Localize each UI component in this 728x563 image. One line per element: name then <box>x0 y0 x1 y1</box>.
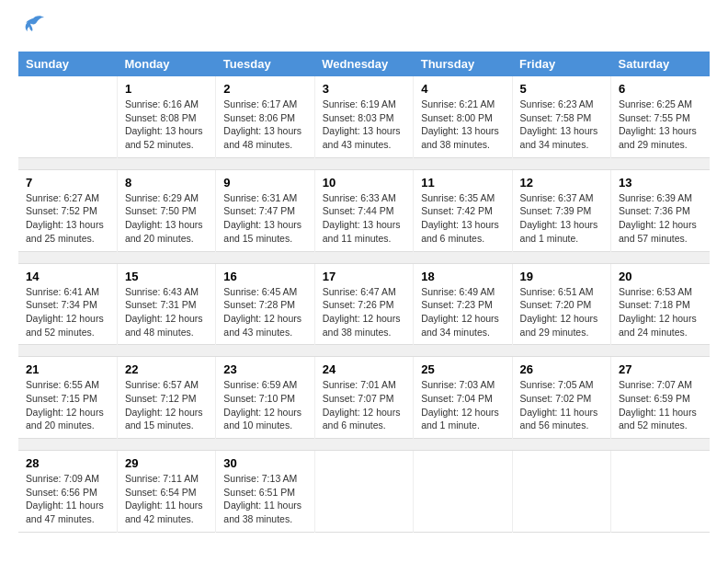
day-info: Sunrise: 6:23 AMSunset: 7:58 PMDaylight:… <box>520 98 603 152</box>
calendar-cell: 13Sunrise: 6:39 AMSunset: 7:36 PMDayligh… <box>611 169 710 251</box>
day-info: Sunrise: 6:57 AMSunset: 7:12 PMDaylight:… <box>125 378 208 432</box>
week-row-3: 14Sunrise: 6:41 AMSunset: 7:34 PMDayligh… <box>18 263 710 345</box>
day-number: 21 <box>26 362 109 376</box>
week-spacer <box>18 157 710 169</box>
day-info: Sunrise: 7:03 AMSunset: 7:04 PMDaylight:… <box>421 378 504 432</box>
day-info: Sunrise: 7:01 AMSunset: 7:07 PMDaylight:… <box>323 378 405 432</box>
header-saturday: Saturday <box>611 52 710 76</box>
day-number: 3 <box>323 82 405 96</box>
calendar-cell: 12Sunrise: 6:37 AMSunset: 7:39 PMDayligh… <box>512 169 610 251</box>
header-friday: Friday <box>512 52 610 76</box>
calendar-table: SundayMondayTuesdayWednesdayThursdayFrid… <box>18 52 710 533</box>
day-number: 16 <box>223 270 306 283</box>
week-spacer <box>18 439 710 451</box>
week-row-2: 7Sunrise: 6:27 AMSunset: 7:52 PMDaylight… <box>18 169 710 251</box>
calendar-cell: 18Sunrise: 6:49 AMSunset: 7:23 PMDayligh… <box>414 263 512 345</box>
day-number: 4 <box>421 82 504 96</box>
day-info: Sunrise: 7:13 AMSunset: 6:51 PMDaylight:… <box>223 472 306 526</box>
day-info: Sunrise: 6:55 AMSunset: 7:15 PMDaylight:… <box>26 378 109 432</box>
day-info: Sunrise: 6:41 AMSunset: 7:34 PMDaylight:… <box>26 285 109 339</box>
day-info: Sunrise: 6:35 AMSunset: 7:42 PMDaylight:… <box>421 191 504 246</box>
header-tuesday: Tuesday <box>216 52 314 76</box>
day-number: 26 <box>520 362 603 376</box>
calendar-cell: 29Sunrise: 7:11 AMSunset: 6:54 PMDayligh… <box>117 451 215 533</box>
calendar-cell: 25Sunrise: 7:03 AMSunset: 7:04 PMDayligh… <box>414 357 512 439</box>
day-info: Sunrise: 6:27 AMSunset: 7:52 PMDaylight:… <box>26 191 109 246</box>
day-number: 23 <box>223 362 306 376</box>
day-number: 18 <box>421 270 504 283</box>
calendar-cell: 23Sunrise: 6:59 AMSunset: 7:10 PMDayligh… <box>216 357 314 439</box>
day-number: 2 <box>223 82 306 96</box>
week-spacer <box>18 251 710 263</box>
day-info: Sunrise: 7:05 AMSunset: 7:02 PMDaylight:… <box>520 378 603 432</box>
calendar-cell: 11Sunrise: 6:35 AMSunset: 7:42 PMDayligh… <box>414 169 512 251</box>
day-number: 13 <box>619 176 702 190</box>
calendar-header-row: SundayMondayTuesdayWednesdayThursdayFrid… <box>18 52 710 76</box>
calendar-cell: 9Sunrise: 6:31 AMSunset: 7:47 PMDaylight… <box>216 169 314 251</box>
page-header <box>18 18 710 42</box>
calendar-cell: 15Sunrise: 6:43 AMSunset: 7:31 PMDayligh… <box>117 263 215 345</box>
day-info: Sunrise: 7:09 AMSunset: 6:56 PMDaylight:… <box>26 472 109 526</box>
calendar-cell <box>512 451 610 533</box>
day-info: Sunrise: 7:11 AMSunset: 6:54 PMDaylight:… <box>125 472 208 526</box>
day-number: 11 <box>421 176 504 190</box>
logo <box>18 18 46 42</box>
calendar-cell: 8Sunrise: 6:29 AMSunset: 7:50 PMDaylight… <box>117 169 215 251</box>
day-number: 9 <box>223 176 306 190</box>
day-number: 19 <box>520 270 603 283</box>
calendar-cell: 5Sunrise: 6:23 AMSunset: 7:58 PMDaylight… <box>512 76 610 157</box>
day-number: 22 <box>125 362 208 376</box>
day-number: 20 <box>619 270 702 283</box>
calendar-cell: 30Sunrise: 7:13 AMSunset: 6:51 PMDayligh… <box>216 451 314 533</box>
calendar-cell: 19Sunrise: 6:51 AMSunset: 7:20 PMDayligh… <box>512 263 610 345</box>
day-info: Sunrise: 6:29 AMSunset: 7:50 PMDaylight:… <box>125 191 208 246</box>
day-number: 29 <box>125 456 208 470</box>
calendar-cell: 20Sunrise: 6:53 AMSunset: 7:18 PMDayligh… <box>611 263 710 345</box>
day-number: 7 <box>26 176 109 190</box>
calendar-cell: 6Sunrise: 6:25 AMSunset: 7:55 PMDaylight… <box>611 76 710 157</box>
day-info: Sunrise: 6:59 AMSunset: 7:10 PMDaylight:… <box>223 378 306 432</box>
day-info: Sunrise: 6:51 AMSunset: 7:20 PMDaylight:… <box>520 285 603 339</box>
calendar-cell <box>611 451 710 533</box>
day-info: Sunrise: 6:49 AMSunset: 7:23 PMDaylight:… <box>421 285 504 339</box>
day-info: Sunrise: 6:45 AMSunset: 7:28 PMDaylight:… <box>223 285 306 339</box>
header-wednesday: Wednesday <box>314 52 413 76</box>
day-number: 12 <box>520 176 603 190</box>
day-number: 8 <box>125 176 208 190</box>
calendar-cell: 21Sunrise: 6:55 AMSunset: 7:15 PMDayligh… <box>18 357 117 439</box>
calendar-cell: 22Sunrise: 6:57 AMSunset: 7:12 PMDayligh… <box>117 357 215 439</box>
day-info: Sunrise: 6:17 AMSunset: 8:06 PMDaylight:… <box>223 98 306 152</box>
calendar-cell: 2Sunrise: 6:17 AMSunset: 8:06 PMDaylight… <box>216 76 314 157</box>
calendar-cell: 14Sunrise: 6:41 AMSunset: 7:34 PMDayligh… <box>18 263 117 345</box>
day-info: Sunrise: 6:25 AMSunset: 7:55 PMDaylight:… <box>619 98 702 152</box>
header-sunday: Sunday <box>18 52 117 76</box>
week-row-5: 28Sunrise: 7:09 AMSunset: 6:56 PMDayligh… <box>18 451 710 533</box>
day-info: Sunrise: 6:19 AMSunset: 8:03 PMDaylight:… <box>323 98 405 152</box>
day-number: 10 <box>323 176 405 190</box>
day-info: Sunrise: 6:21 AMSunset: 8:00 PMDaylight:… <box>421 98 504 152</box>
day-info: Sunrise: 6:53 AMSunset: 7:18 PMDaylight:… <box>619 285 702 339</box>
calendar-cell: 4Sunrise: 6:21 AMSunset: 8:00 PMDaylight… <box>414 76 512 157</box>
calendar-cell: 28Sunrise: 7:09 AMSunset: 6:56 PMDayligh… <box>18 451 117 533</box>
day-number: 17 <box>323 270 405 283</box>
day-number: 1 <box>125 82 208 96</box>
day-number: 15 <box>125 270 208 283</box>
day-number: 27 <box>619 362 702 376</box>
logo-bird-icon <box>20 15 46 35</box>
day-info: Sunrise: 6:47 AMSunset: 7:26 PMDaylight:… <box>323 285 405 339</box>
day-number: 6 <box>619 82 702 96</box>
header-thursday: Thursday <box>414 52 512 76</box>
calendar-cell: 10Sunrise: 6:33 AMSunset: 7:44 PMDayligh… <box>314 169 413 251</box>
calendar-cell: 24Sunrise: 7:01 AMSunset: 7:07 PMDayligh… <box>314 357 413 439</box>
day-number: 30 <box>223 456 306 470</box>
day-number: 24 <box>323 362 405 376</box>
calendar-cell: 17Sunrise: 6:47 AMSunset: 7:26 PMDayligh… <box>314 263 413 345</box>
calendar-cell: 16Sunrise: 6:45 AMSunset: 7:28 PMDayligh… <box>216 263 314 345</box>
day-info: Sunrise: 6:39 AMSunset: 7:36 PMDaylight:… <box>619 191 702 246</box>
calendar-cell: 1Sunrise: 6:16 AMSunset: 8:08 PMDaylight… <box>117 76 215 157</box>
day-number: 28 <box>26 456 109 470</box>
calendar-cell: 26Sunrise: 7:05 AMSunset: 7:02 PMDayligh… <box>512 357 610 439</box>
calendar-cell <box>314 451 413 533</box>
calendar-cell: 7Sunrise: 6:27 AMSunset: 7:52 PMDaylight… <box>18 169 117 251</box>
day-number: 14 <box>26 270 109 283</box>
